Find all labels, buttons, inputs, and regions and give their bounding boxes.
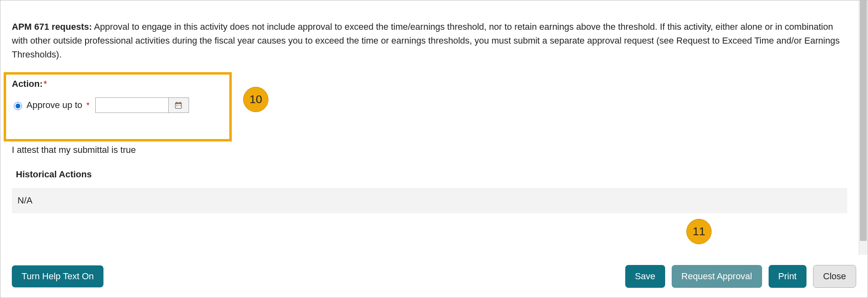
historical-actions-header: Historical Actions bbox=[12, 163, 847, 185]
help-text-toggle-button[interactable]: Turn Help Text On bbox=[12, 265, 103, 287]
scroll-area: APM 671 requests: Approval to engage in … bbox=[0, 0, 859, 255]
svg-rect-4 bbox=[180, 105, 181, 106]
intro-bold: APM 671 requests: bbox=[12, 22, 92, 32]
scrollbar-track[interactable] bbox=[859, 0, 868, 255]
action-section: Action:* Approve up to * bbox=[12, 74, 847, 120]
scrollbar-thumb[interactable] bbox=[860, 0, 867, 241]
request-approval-button[interactable]: Request Approval bbox=[672, 265, 762, 288]
svg-rect-1 bbox=[176, 103, 182, 104]
required-asterisk: * bbox=[44, 79, 47, 89]
approve-up-to-radio[interactable] bbox=[14, 102, 22, 110]
date-picker-button[interactable] bbox=[169, 97, 189, 113]
calendar-icon bbox=[174, 101, 182, 109]
action-label: Action:* bbox=[12, 79, 847, 89]
date-required-asterisk: * bbox=[86, 101, 90, 110]
annotation-callout-10: 10 bbox=[243, 87, 268, 112]
date-input-group bbox=[95, 97, 189, 113]
footer-bar: Turn Help Text On Save Request Approval … bbox=[0, 255, 868, 298]
footer-actions: Save Request Approval Print Close bbox=[625, 265, 856, 288]
svg-rect-6 bbox=[180, 102, 181, 103]
svg-rect-2 bbox=[176, 105, 178, 106]
attestation-text: I attest that my submittal is true bbox=[12, 145, 847, 155]
action-label-text: Action: bbox=[12, 79, 43, 89]
approve-up-to-label: Approve up to bbox=[26, 100, 82, 110]
intro-paragraph: APM 671 requests: Approval to engage in … bbox=[12, 20, 847, 62]
approve-date-input[interactable] bbox=[95, 97, 169, 113]
historical-actions-section: Historical Actions N/A bbox=[12, 163, 847, 213]
content-pane: APM 671 requests: Approval to engage in … bbox=[0, 0, 859, 213]
dialog-window: APM 671 requests: Approval to engage in … bbox=[0, 0, 868, 298]
print-button[interactable]: Print bbox=[769, 265, 806, 288]
intro-text: Approval to engage in this activity does… bbox=[12, 22, 839, 60]
historical-action-row: N/A bbox=[12, 188, 847, 213]
save-button[interactable]: Save bbox=[625, 265, 665, 288]
action-option-row: Approve up to * bbox=[12, 97, 847, 113]
close-button[interactable]: Close bbox=[813, 265, 856, 288]
annotation-callout-11: 11 bbox=[686, 219, 712, 244]
svg-rect-5 bbox=[176, 102, 177, 103]
svg-rect-3 bbox=[178, 105, 179, 106]
